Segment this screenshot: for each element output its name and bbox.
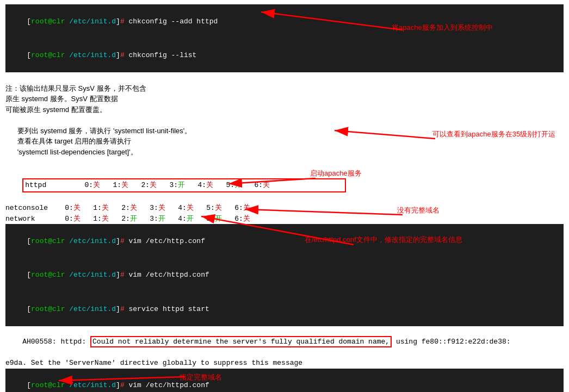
- line-vim-httpd-2: [root@clr /etc/init.d]# vim /etc/httpd.c…: [5, 369, 564, 393]
- blank-line: [5, 72, 564, 83]
- table-netconsole-row: netconsole 0:关 1:关 2:关 3:关 4:关 5:关 6:关: [5, 203, 564, 214]
- output-systemd-3: 'systemctl list-dependencies [target]'。: [5, 147, 564, 158]
- line-chkconfig-add: [root@clr /etc/init.d]# chkconfig --add …: [5, 4, 564, 39]
- blank-line-2: [5, 115, 564, 126]
- output-sysv-3: 可能被原生 systemd 配置覆盖。: [5, 104, 564, 115]
- table-network-row: network 0:关 1:关 2:开 3:开 4:开 5:开 6:关: [5, 214, 564, 225]
- terminal-window: [root@clr /etc/init.d]# chkconfig --add …: [0, 0, 569, 392]
- error-line-1: AH00558: httpd: Could not reliably deter…: [5, 326, 564, 358]
- output-sysv-1: 注：该输出结果只显示 SysV 服务，并不包含: [5, 83, 564, 94]
- output-sysv-2: 原生 systemd 服务。SysV 配置数据: [5, 94, 564, 104]
- line-service-start: [root@clr /etc/init.d]# service httpd st…: [5, 292, 564, 326]
- error-line-2: e9da. Set the 'ServerName' directive glo…: [5, 358, 564, 369]
- line-vim-httpd: [root@clr /etc/init.d]# vim /etc/httpd.c…: [5, 258, 564, 293]
- output-systemd-2: 查看在具体 target 启用的服务请执行: [5, 136, 564, 147]
- output-systemd-1: 要列出 systemd 服务，请执行 'systemctl list-unit-…: [5, 126, 564, 136]
- line-chkconfig-list: [root@clr /etc/init.d]# chkconfig --list: [5, 39, 564, 73]
- blank-line-3: [5, 157, 564, 168]
- table-httpd-row: httpd 0:关 1:关 2:关 3:开 4:关 5:开 6:关: [5, 168, 564, 203]
- line-vim-http: [root@clr /etc/init.d]# vim /etc/http.co…: [5, 224, 564, 258]
